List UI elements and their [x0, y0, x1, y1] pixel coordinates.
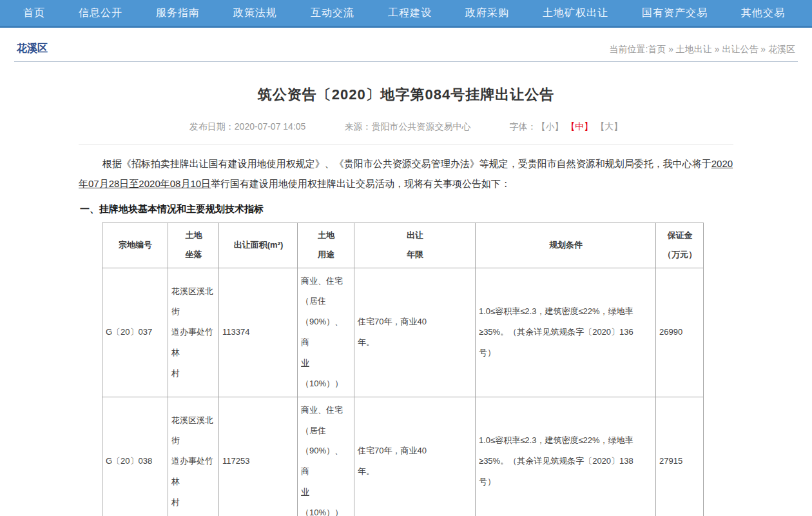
breadcrumb-link[interactable]: 花溪区 — [768, 44, 795, 54]
text-run: 117253 — [222, 456, 249, 466]
land-plots-table: 宗地编号土地 坐落出让面积(m²)土地 用途出让 年限规划条件保证金 （万元） … — [102, 223, 704, 516]
publish-date-label: 发布日期： — [189, 121, 235, 132]
underlined-text: 业 — [301, 487, 309, 497]
underlined-text: 业 — [301, 358, 309, 368]
font-medium-button[interactable]: 【中】 — [566, 121, 593, 132]
table-cell: 商业、住宅 （居住 （90%）、商 业（10%）） — [298, 268, 354, 397]
column-header: 宗地编号 — [102, 223, 168, 268]
article: 筑公资告〔2020〕地字第084号挂牌出让公告 发布日期：2020-07-07 … — [79, 85, 733, 516]
nav-item[interactable]: 土地矿权出让 — [543, 6, 608, 20]
nav-item[interactable]: 政策法规 — [233, 6, 277, 20]
nav-item[interactable]: 政府采购 — [465, 6, 509, 20]
page-root: 首页信息公开服务指南政策法规互动交流工程建设政府采购土地矿权出让国有资产交易其他… — [0, 0, 812, 516]
table-cell: 住宅70年，商业40 年。 — [354, 268, 476, 397]
nav-item[interactable]: 服务指南 — [156, 6, 200, 20]
section-heading: 一、挂牌地块基本情况和主要规划技术指标 — [80, 203, 733, 215]
table-cell: 27915 — [656, 397, 704, 516]
text-run: G〔20〕038 — [106, 456, 152, 466]
breadcrumb-prefix: 当前位置: — [609, 44, 648, 54]
text-run: 花溪区溪北街 道办事处竹林 村 — [171, 415, 213, 507]
column-header: 土地 坐落 — [168, 223, 219, 268]
font-large-button[interactable]: 【大】 — [595, 121, 623, 132]
text-run: 住宅70年，商业40 年。 — [358, 446, 427, 476]
font-size-controls: 字体：【小】 【中】 【大】 — [509, 121, 623, 133]
text-run: 1.0≤容积率≤2.3，建筑密度≤22%，绿地率 ≥35%。（其余详见筑规条字〔… — [479, 306, 633, 357]
text-run: 113374 — [222, 327, 249, 337]
breadcrumb-bar: 花溪区 当前位置:首页 » 土地出让 » 出让公告 » 花溪区 — [14, 28, 798, 62]
font-small-button[interactable]: 【小】 — [536, 121, 563, 132]
table-cell: G〔20〕037 — [102, 268, 168, 397]
table-cell: 113374 — [219, 268, 298, 397]
publish-date: 发布日期：2020-07-07 14:05 — [189, 121, 306, 133]
table-cell: 住宅70年，商业40 年。 — [354, 397, 476, 516]
text-run: （10%）） — [301, 508, 343, 516]
table-cell: 花溪区溪北街 道办事处竹林 村 — [168, 268, 219, 397]
source: 来源：贵阳市公共资源交易中心 — [344, 121, 470, 133]
text-run: 住宅70年，商业40 年。 — [358, 317, 427, 347]
region-title: 花溪区 — [17, 42, 48, 55]
table-row: G〔20〕038花溪区溪北街 道办事处竹林 村117253商业、住宅 （居住 （… — [102, 397, 704, 516]
text-run: 26990 — [659, 327, 682, 337]
text-run: 花溪区溪北街 道办事处竹林 村 — [171, 286, 213, 378]
column-header: 出让面积(m²) — [219, 223, 298, 268]
table-cell: 26990 — [656, 268, 704, 397]
table-cell: 1.0≤容积率≤2.3，建筑密度≤22%，绿地率 ≥35%。（其余详见筑规条字〔… — [476, 397, 656, 516]
top-navigation: 首页信息公开服务指南政策法规互动交流工程建设政府采购土地矿权出让国有资产交易其他… — [0, 0, 812, 28]
nav-items: 首页信息公开服务指南政策法规互动交流工程建设政府采购土地矿权出让国有资产交易其他… — [0, 6, 812, 20]
column-header: 规划条件 — [476, 223, 656, 268]
nav-item[interactable]: 信息公开 — [79, 6, 122, 20]
column-header: 土地 用途 — [298, 223, 354, 268]
table-cell: G〔20〕038 — [102, 397, 168, 516]
page-title: 筑公资告〔2020〕地字第084号挂牌出让公告 — [79, 85, 733, 104]
nav-item[interactable]: 工程建设 — [388, 6, 432, 20]
nav-item[interactable]: 首页 — [23, 6, 45, 20]
column-header: 出让 年限 — [354, 223, 476, 268]
table-cell: 1.0≤容积率≤2.3，建筑密度≤22%，绿地率 ≥35%。（其余详见筑规条字〔… — [476, 268, 656, 397]
text-run: 27915 — [659, 456, 682, 466]
table-row: G〔20〕037花溪区溪北街 道办事处竹林 村113374商业、住宅 （居住 （… — [102, 268, 704, 397]
font-size-label: 字体： — [509, 121, 536, 132]
source-label: 来源： — [344, 121, 371, 132]
text-run: 根据《招标拍卖挂牌出让国有建设用地使用权规定》、《贵阳市公共资源交易管理办法》等… — [102, 158, 711, 169]
breadcrumb-separator: » — [758, 44, 768, 54]
table-cell: 商业、住宅 （居住 （90%）、商 业（10%）） — [298, 397, 354, 516]
text-run: 商业、住宅 （居住 （90%）、商 — [301, 276, 343, 348]
nav-item[interactable]: 国有资产交易 — [642, 6, 708, 20]
table-cell: 117253 — [219, 397, 298, 516]
nav-item[interactable]: 互动交流 — [311, 6, 354, 20]
source-value: 贵阳市公共资源交易中心 — [371, 121, 470, 132]
breadcrumb-link[interactable]: 首页 — [648, 44, 666, 54]
announcement-paragraph: 根据《招标拍卖挂牌出让国有建设用地使用权规定》、《贵阳市公共资源交易管理办法》等… — [79, 154, 733, 194]
text-run: 商业、住宅 （居住 （90%）、商 — [301, 405, 343, 477]
text-run: 1.0≤容积率≤2.3，建筑密度≤22%，绿地率 ≥35%。（其余详见筑规条字〔… — [479, 435, 633, 486]
breadcrumb-link[interactable]: 出让公告 — [722, 44, 758, 54]
breadcrumb: 当前位置:首页 » 土地出让 » 出让公告 » 花溪区 — [609, 44, 795, 55]
nav-item[interactable]: 其他交易 — [741, 6, 785, 20]
text-run: （10%）） — [301, 379, 343, 388]
table-header-row: 宗地编号土地 坐落出让面积(m²)土地 用途出让 年限规划条件保证金 （万元） — [102, 223, 704, 268]
breadcrumb-separator: » — [712, 44, 722, 54]
column-header: 保证金 （万元） — [656, 223, 704, 268]
breadcrumb-separator: » — [666, 44, 676, 54]
publish-date-value: 2020-07-07 14:05 — [235, 121, 306, 132]
article-meta: 发布日期：2020-07-07 14:05 来源：贵阳市公共资源交易中心 字体：… — [79, 121, 733, 144]
breadcrumb-link[interactable]: 土地出让 — [676, 44, 712, 54]
text-run: 举行国有建设用地使用权挂牌出让交易活动，现将有关事项公告如下： — [211, 178, 510, 189]
table-cell: 花溪区溪北街 道办事处竹林 村 — [168, 397, 219, 516]
text-run: G〔20〕037 — [106, 327, 152, 337]
